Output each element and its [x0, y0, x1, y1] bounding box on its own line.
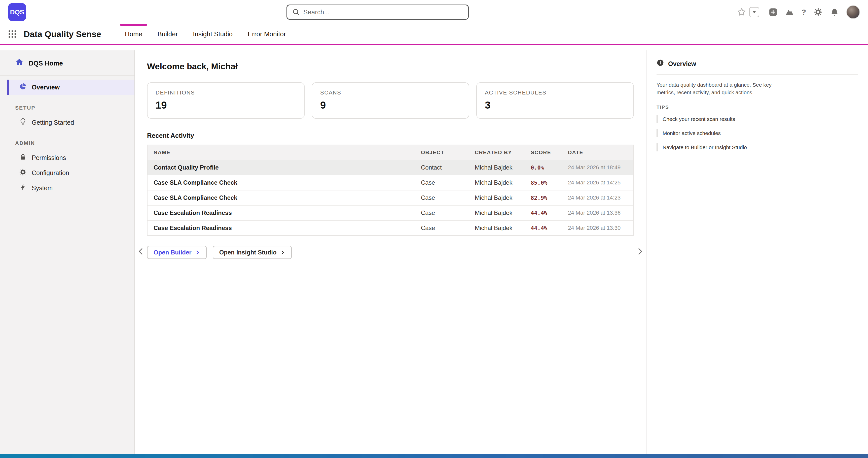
cell-created-by: Michał Bajdek	[475, 164, 531, 171]
cell-created-by: Michał Bajdek	[475, 225, 531, 231]
metric-label: SCANS	[320, 89, 461, 96]
app-launcher-icon[interactable]	[8, 30, 17, 38]
metric-card-active-schedules: ACTIVE SCHEDULES 3	[476, 82, 634, 119]
favorites-star-icon[interactable]	[737, 7, 746, 17]
favorites-dropdown-button[interactable]	[749, 7, 759, 17]
info-icon	[656, 59, 664, 68]
cell-created-by: Michał Bajdek	[475, 194, 531, 201]
bolt-icon	[19, 183, 27, 193]
cell-name: Case Escalation Readiness	[154, 209, 421, 217]
metric-value: 3	[485, 99, 625, 111]
open-insight-studio-button[interactable]: Open Insight Studio	[213, 246, 292, 259]
metric-card-definitions: DEFINITIONS 19	[147, 82, 305, 119]
metric-cards: DEFINITIONS 19 SCANS 9 ACTIVE SCHEDULES …	[147, 82, 634, 119]
column-header-name[interactable]: NAME	[154, 149, 421, 155]
column-header-date[interactable]: DATE	[568, 149, 633, 155]
tip-item: Check your recent scan results	[656, 115, 782, 123]
tab-home[interactable]: Home	[117, 24, 150, 44]
table-row[interactable]: Case SLA Compliance Check Case Michał Ba…	[148, 175, 633, 190]
chevron-right-icon	[280, 250, 285, 255]
table-row[interactable]: Case Escalation Readiness Case Michał Ba…	[148, 220, 633, 235]
cell-name: Case SLA Compliance Check	[154, 179, 421, 186]
sidebar-item-overview[interactable]: Overview	[7, 80, 134, 95]
pie-chart-icon	[19, 83, 27, 92]
cell-score: 82.9%	[531, 195, 568, 201]
cell-created-by: Michał Bajdek	[475, 179, 531, 186]
metric-value: 9	[320, 99, 461, 111]
cell-date: 24 Mar 2026 at 14:25	[568, 179, 633, 186]
sidebar-item-system[interactable]: System	[7, 180, 134, 196]
notifications-bell-icon[interactable]	[830, 8, 839, 17]
column-header-created-by[interactable]: CREATED BY	[475, 149, 531, 155]
carousel-prev-button[interactable]	[135, 245, 147, 258]
welcome-heading: Welcome back, Michał	[147, 61, 634, 71]
cell-date: 24 Mar 2026 at 13:36	[568, 209, 633, 216]
chevron-right-icon	[636, 247, 645, 256]
help-panel-description: Your data quality dashboard at a glance.…	[656, 81, 777, 96]
guidance-trailhead-icon[interactable]	[785, 7, 794, 17]
cell-name: Case SLA Compliance Check	[154, 194, 421, 201]
setup-gear-icon[interactable]	[814, 7, 823, 17]
table-row[interactable]: Case SLA Compliance Check Case Michał Ba…	[148, 190, 633, 205]
carousel-next-button[interactable]	[634, 245, 646, 258]
table-row[interactable]: Contact Quality Profile Contact Michał B…	[148, 160, 633, 175]
table-row[interactable]: Case Escalation Readiness Case Michał Ba…	[148, 205, 633, 220]
column-header-score[interactable]: SCORE	[531, 149, 568, 155]
sidebar-item-label: Permissions	[32, 154, 66, 162]
table-header-row: NAME OBJECT CREATED BY SCORE DATE	[148, 145, 633, 160]
help-icon[interactable]: ?	[802, 8, 806, 17]
cell-name: Case Escalation Readiness	[154, 225, 421, 231]
help-panel-title: Overview	[668, 60, 696, 67]
cell-object: Case	[421, 209, 475, 217]
app-logo[interactable]: DQS	[8, 3, 26, 21]
chevron-down-icon	[751, 9, 757, 15]
sidebar-item-getting-started[interactable]: Getting Started	[7, 115, 134, 130]
cell-date: 24 Mar 2026 at 13:30	[568, 225, 633, 231]
home-icon	[15, 58, 24, 68]
global-header: DQS ?	[0, 0, 868, 24]
cell-score: 44.4%	[531, 225, 568, 231]
search-input[interactable]	[303, 8, 463, 16]
sidebar-item-permissions[interactable]: Permissions	[7, 150, 134, 165]
chevron-left-icon	[136, 247, 146, 256]
metric-card-scans: SCANS 9	[312, 82, 469, 119]
tab-builder[interactable]: Builder	[150, 24, 185, 44]
cell-object: Case	[421, 194, 475, 201]
user-avatar[interactable]	[846, 5, 860, 19]
recent-activity-table: NAME OBJECT CREATED BY SCORE DATE Contac…	[147, 145, 634, 236]
column-header-object[interactable]: OBJECT	[421, 149, 475, 155]
global-search	[286, 4, 469, 20]
button-label: Open Insight Studio	[219, 249, 277, 256]
help-panel-header: Overview	[656, 59, 858, 75]
search-icon	[292, 8, 300, 16]
quick-actions: Open Builder Open Insight Studio	[147, 246, 634, 259]
sidebar-section-admin: ADMIN	[0, 130, 134, 150]
sidebar-item-label: Getting Started	[32, 119, 74, 126]
cell-score: 0.0%	[531, 165, 568, 171]
header-actions: ?	[737, 5, 860, 19]
cell-created-by: Michał Bajdek	[475, 209, 531, 217]
metric-label: DEFINITIONS	[156, 89, 296, 96]
app-title: Data Quality Sense	[24, 29, 101, 39]
open-builder-button[interactable]: Open Builder	[147, 246, 207, 259]
sidebar: DQS Home Overview SETUP Getting Started …	[0, 50, 134, 454]
tab-error-monitor[interactable]: Error Monitor	[240, 24, 293, 44]
cell-name: Contact Quality Profile	[154, 164, 421, 171]
tab-insight-studio[interactable]: Insight Studio	[185, 24, 240, 44]
sidebar-item-label: System	[32, 184, 53, 192]
app-nav-bar: Data Quality Sense Home Builder Insight …	[0, 24, 868, 45]
app-tabs: Home Builder Insight Studio Error Monito…	[117, 24, 293, 44]
tip-item: Navigate to Builder or Insight Studio	[656, 143, 782, 151]
chevron-right-icon	[195, 250, 200, 255]
cell-object: Case	[421, 225, 475, 231]
sidebar-home-header: DQS Home	[0, 50, 134, 76]
cell-object: Case	[421, 179, 475, 186]
recent-activity-title: Recent Activity	[147, 132, 634, 140]
tips-label: TIPS	[656, 105, 858, 110]
lock-icon	[19, 153, 27, 162]
sidebar-item-configuration[interactable]: Configuration	[7, 165, 134, 180]
tip-item: Monitor active schedules	[656, 129, 782, 137]
add-icon[interactable]	[769, 8, 777, 17]
help-panel: Overview Your data quality dashboard at …	[646, 50, 868, 454]
sidebar-title: DQS Home	[29, 59, 63, 67]
